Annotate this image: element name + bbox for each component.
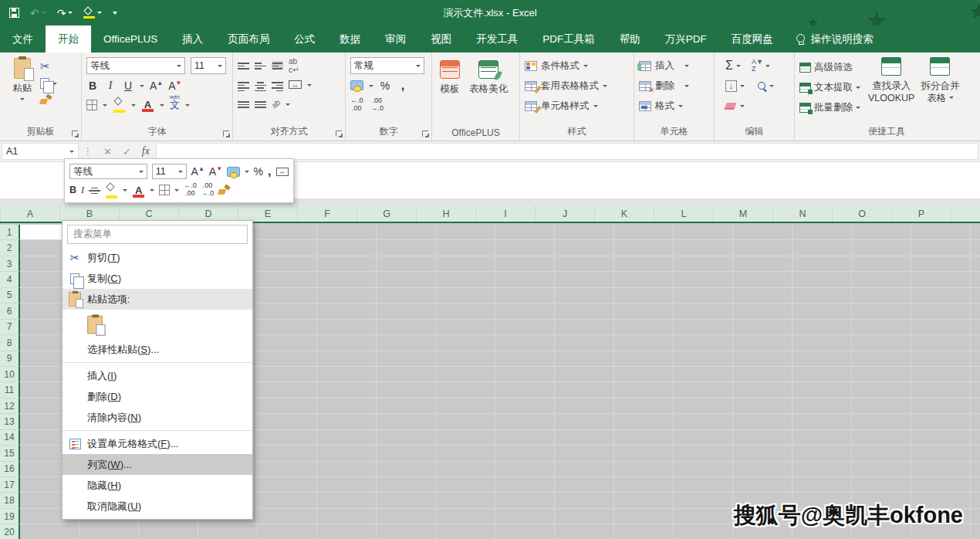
cell[interactable] — [317, 398, 377, 414]
cell[interactable] — [792, 367, 852, 382]
cell[interactable] — [436, 256, 495, 272]
cell[interactable] — [971, 477, 980, 493]
cell[interactable] — [911, 462, 971, 477]
tab-审阅[interactable]: 审阅 — [373, 25, 418, 53]
underline-button[interactable]: U — [122, 80, 134, 92]
delete-cells-button[interactable]: 删除 — [639, 76, 709, 96]
row-header-14[interactable]: 14 — [0, 430, 20, 446]
cell[interactable] — [911, 398, 971, 414]
cell[interactable] — [495, 288, 555, 303]
tell-me-search[interactable]: 操作说明搜索 — [786, 25, 884, 53]
cell[interactable] — [911, 225, 971, 240]
enter-icon[interactable]: ✓ — [123, 146, 131, 158]
cell[interactable] — [852, 446, 911, 461]
cell[interactable] — [792, 272, 852, 287]
row-header-11[interactable]: 11 — [0, 382, 20, 398]
row-header-13[interactable]: 13 — [0, 414, 20, 429]
redo-button[interactable]: ↷ — [57, 8, 73, 19]
cell[interactable] — [674, 335, 733, 351]
cell[interactable] — [911, 351, 971, 367]
cell[interactable] — [911, 288, 971, 303]
cell[interactable] — [792, 414, 852, 429]
cell[interactable] — [971, 335, 980, 351]
cell[interactable] — [436, 272, 495, 287]
cell[interactable] — [792, 335, 852, 351]
menu-item-删除[interactable]: 删除(D) — [63, 386, 252, 407]
cell[interactable] — [555, 493, 614, 508]
tab-帮助[interactable]: 帮助 — [607, 25, 653, 53]
row-header-8[interactable]: 8 — [0, 335, 20, 351]
cell[interactable] — [555, 524, 614, 539]
cell[interactable] — [852, 303, 911, 319]
cell[interactable] — [495, 382, 555, 398]
cell[interactable] — [317, 256, 377, 272]
fill-color-button[interactable] — [113, 98, 126, 111]
column-header-B[interactable]: B — [60, 205, 120, 222]
cell[interactable] — [971, 493, 980, 508]
cell[interactable] — [674, 303, 733, 319]
column-header-P[interactable]: P — [892, 205, 951, 222]
cell[interactable] — [555, 367, 614, 382]
cell[interactable] — [79, 524, 139, 539]
column-header-A[interactable]: A — [1, 205, 60, 222]
cell[interactable] — [733, 446, 792, 461]
cell[interactable] — [436, 367, 495, 382]
copy-button[interactable] — [40, 76, 57, 90]
cell[interactable] — [317, 288, 377, 303]
insert-cells-button[interactable]: 插入 — [639, 56, 709, 76]
cell[interactable] — [792, 462, 852, 477]
cell[interactable] — [258, 430, 317, 446]
cell[interactable] — [495, 272, 555, 287]
cell[interactable] — [733, 225, 792, 240]
cell[interactable] — [436, 382, 495, 398]
cell[interactable] — [377, 398, 436, 414]
cell[interactable] — [317, 382, 377, 398]
cell[interactable] — [377, 351, 436, 367]
vlookup-button[interactable]: 查找录入VLOOKUP — [865, 56, 917, 125]
cell[interactable] — [20, 524, 79, 539]
paste-option-button[interactable] — [63, 310, 252, 339]
menu-item-粘贴选项[interactable]: 粘贴选项: — [63, 289, 252, 310]
cell[interactable] — [792, 256, 852, 272]
row-header-20[interactable]: 20 — [0, 524, 20, 539]
cell[interactable] — [911, 430, 971, 446]
cell[interactable] — [436, 240, 495, 256]
cell[interactable] — [911, 335, 971, 351]
cell[interactable] — [971, 256, 980, 272]
cell[interactable] — [377, 524, 436, 539]
format-painter-button[interactable] — [40, 93, 57, 107]
cell[interactable] — [258, 240, 317, 256]
cell[interactable] — [317, 493, 377, 508]
align-right-button[interactable] — [272, 80, 283, 89]
formula-input[interactable] — [156, 143, 978, 160]
cell[interactable] — [317, 462, 377, 477]
cell[interactable] — [258, 367, 317, 382]
cell[interactable] — [792, 240, 852, 256]
cell[interactable] — [792, 303, 852, 319]
cell[interactable] — [377, 303, 436, 319]
cell[interactable] — [495, 240, 555, 256]
cell[interactable] — [495, 367, 555, 382]
merge-center-icon[interactable]: ↔ — [276, 168, 289, 176]
cell[interactable] — [614, 272, 674, 287]
cell[interactable] — [614, 524, 674, 539]
cell[interactable] — [792, 430, 852, 446]
cell[interactable] — [614, 509, 674, 524]
cell[interactable] — [971, 524, 980, 539]
accounting-format-icon[interactable] — [350, 80, 363, 90]
row-header-15[interactable]: 15 — [0, 446, 20, 461]
cell[interactable] — [614, 256, 674, 272]
cell[interactable] — [436, 462, 495, 477]
cell[interactable] — [555, 446, 614, 461]
cell[interactable] — [377, 240, 436, 256]
decrease-font-button[interactable]: A▼ — [168, 80, 181, 92]
cell[interactable] — [555, 303, 614, 319]
cell[interactable] — [852, 288, 911, 303]
cell[interactable] — [555, 509, 614, 524]
column-header-F[interactable]: F — [298, 205, 357, 222]
column-header-C[interactable]: C — [120, 205, 179, 222]
tab-页面布局[interactable]: 页面布局 — [215, 25, 282, 53]
cell[interactable] — [258, 414, 317, 429]
row-header-4[interactable]: 4 — [0, 272, 20, 287]
insert-function-icon[interactable]: fx — [142, 145, 150, 158]
